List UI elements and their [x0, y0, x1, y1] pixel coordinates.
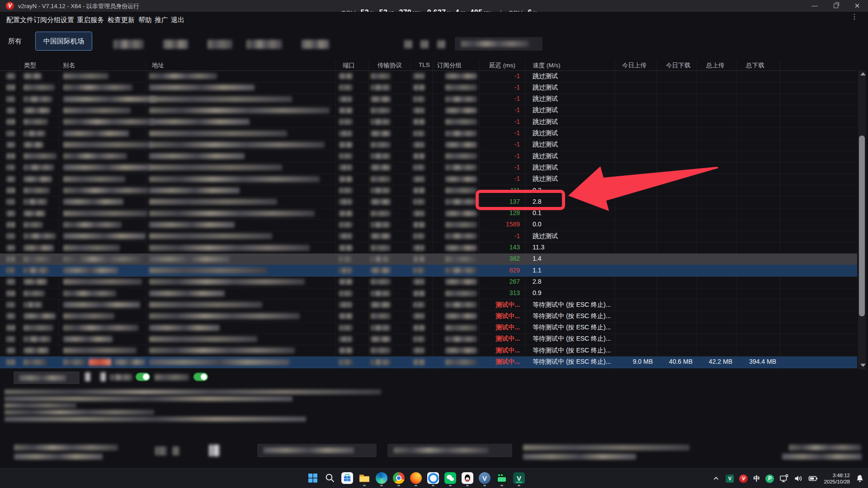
qq-icon[interactable]	[461, 472, 474, 484]
menu-item-7[interactable]: 推广	[155, 16, 168, 24]
table-row[interactable]: 1110.2	[0, 185, 857, 197]
table-row[interactable]: 14311.3	[0, 242, 857, 254]
blurred-icon[interactable]	[100, 372, 106, 381]
column-header-7[interactable]: 订阅分组	[437, 61, 462, 70]
table-row[interactable]: 1280.1	[0, 208, 857, 220]
speaker-icon[interactable]	[794, 474, 803, 483]
table-row[interactable]: 2672.8	[0, 276, 857, 288]
column-header-13[interactable]: 总下载	[746, 61, 764, 70]
minimize-button[interactable]: —	[807, 0, 822, 12]
table-row[interactable]: 测试中...等待测试中 (按 ESC 终止)...9.0 MB40.6 MB42…	[0, 357, 857, 368]
table-row[interactable]: -1跳过测试	[0, 150, 857, 162]
table-row[interactable]: -1跳过测试	[0, 230, 857, 242]
blurred-tab[interactable]	[163, 40, 188, 49]
blurred-status-icon[interactable]	[172, 446, 179, 455]
column-header-11[interactable]: 今日下载	[666, 61, 690, 70]
v2rayn-icon[interactable]: V	[478, 472, 491, 484]
blurred-tab[interactable]	[113, 40, 144, 49]
table-row[interactable]: -1跳过测试	[0, 94, 857, 105]
terminal-icon[interactable]	[495, 472, 508, 484]
column-header-12[interactable]: 总上传	[706, 61, 725, 70]
table-row[interactable]: 测试中...等待测试中 (按 ESC 终止)...	[0, 333, 857, 345]
store-icon[interactable]	[341, 472, 354, 484]
blurred-proxy-box[interactable]	[387, 444, 512, 457]
menu-item-4[interactable]: 重启服务	[77, 16, 104, 24]
blue-ring-app-icon[interactable]	[427, 472, 439, 484]
menu-item-5[interactable]: 检查更新	[108, 16, 135, 24]
battery-icon[interactable]	[808, 474, 818, 483]
scrollbar-thumb[interactable]	[859, 136, 865, 316]
kebab-menu-icon[interactable]: ⋮	[850, 15, 859, 26]
table-row[interactable]: 测试中...等待测试中 (按 ESC 终止)...	[0, 299, 857, 311]
blurred-tab[interactable]	[246, 40, 282, 49]
table-row[interactable]: 测试中...等待测试中 (按 ESC 终止)...	[0, 322, 857, 334]
search-icon[interactable]	[324, 472, 336, 484]
maximize-button[interactable]	[828, 0, 843, 12]
menu-item-1[interactable]: 配置文件	[6, 16, 33, 24]
firefox-icon[interactable]	[410, 472, 422, 484]
table-row[interactable]: 15890.0	[0, 219, 857, 231]
table-row[interactable]: -1跳过测试	[0, 105, 857, 117]
wechat-icon[interactable]	[444, 472, 457, 484]
scrollbar-down-icon[interactable]	[860, 364, 866, 367]
toggle-switch-on[interactable]	[193, 373, 208, 381]
menu-item-8[interactable]: 退出	[171, 16, 184, 24]
blurred-tab-icon[interactable]	[437, 40, 445, 48]
close-button[interactable]: ✕	[849, 0, 865, 12]
monitor-icon[interactable]	[779, 474, 788, 483]
toggle-switch-on[interactable]	[136, 373, 150, 381]
column-header-3[interactable]: 地址	[152, 61, 164, 70]
blurred-tab-icon[interactable]	[420, 40, 429, 48]
menu-item-6[interactable]: 帮助	[138, 16, 152, 24]
blurred-search-box[interactable]	[455, 37, 542, 51]
column-header-9[interactable]: 速度 (M/s)	[533, 61, 561, 70]
tab-selected[interactable]: 中国国际机场	[35, 32, 92, 51]
v-app-icon[interactable]: V	[513, 472, 525, 484]
explorer-icon[interactable]	[358, 472, 371, 484]
table-row[interactable]: 8291.1	[0, 265, 857, 277]
chevron-up-icon[interactable]	[712, 474, 720, 483]
ime-icon[interactable]: 中	[753, 474, 760, 483]
table-row[interactable]: 1372.8	[0, 196, 857, 208]
table-row[interactable]: -1跳过测试	[0, 128, 857, 140]
blurred-tab-icon[interactable]	[404, 40, 412, 48]
edge-icon[interactable]	[375, 472, 388, 484]
start-icon[interactable]	[307, 472, 319, 484]
table-row[interactable]: -1跳过测试	[0, 82, 857, 94]
table-row[interactable]: -1跳过测试	[0, 162, 857, 174]
blurred-cell	[371, 84, 391, 90]
menu-item-3[interactable]: 设置	[61, 16, 74, 24]
table-row[interactable]: 测试中...等待测试中 (按 ESC 终止)...	[0, 310, 857, 322]
table-row[interactable]: -1跳过测试	[0, 116, 857, 128]
table-row[interactable]: -1跳过测试	[0, 70, 857, 82]
menu-item-2[interactable]: 订阅分组	[33, 16, 61, 24]
column-header-5[interactable]: 传输协议	[377, 61, 402, 70]
blurred-icon[interactable]	[85, 372, 90, 381]
table-row[interactable]: 3130.9	[0, 288, 857, 300]
column-header-10[interactable]: 今日上传	[622, 61, 646, 70]
column-header-1[interactable]: 类型	[24, 61, 36, 70]
scrollbar-up-icon[interactable]	[860, 72, 866, 75]
blurred-tab[interactable]	[302, 40, 329, 49]
bell-icon[interactable]: z	[855, 474, 864, 483]
column-header-8[interactable]: 延迟 (ms)	[489, 61, 515, 70]
table-row[interactable]: -1跳过测试	[0, 174, 857, 185]
column-header-2[interactable]: 别名	[63, 61, 75, 70]
blurred-tab[interactable]	[208, 40, 232, 49]
v2rayn-red-icon[interactable]: V	[739, 474, 748, 483]
chrome-icon[interactable]	[392, 472, 405, 484]
table-row[interactable]: 测试中...等待测试中 (按 ESC 终止)...	[0, 345, 857, 357]
blurred-status-icon[interactable]	[155, 446, 167, 455]
log-filter-dropdown[interactable]	[14, 371, 80, 384]
table-row[interactable]: 3821.4	[0, 253, 857, 265]
column-header-6[interactable]: TLS	[419, 61, 430, 68]
taskbar-clock[interactable]: 3:48:122025/10/28	[824, 472, 850, 485]
blurred-proxy-box[interactable]	[257, 444, 377, 457]
green-p-icon[interactable]: P	[765, 474, 774, 483]
blurred-cell	[339, 73, 353, 79]
blurred-text	[264, 447, 354, 453]
table-row[interactable]: -1跳过测试	[0, 139, 857, 151]
v-teal-icon[interactable]: V	[726, 474, 734, 483]
column-header-4[interactable]: 端口	[343, 61, 355, 70]
tab-all[interactable]: 所有	[8, 37, 22, 46]
